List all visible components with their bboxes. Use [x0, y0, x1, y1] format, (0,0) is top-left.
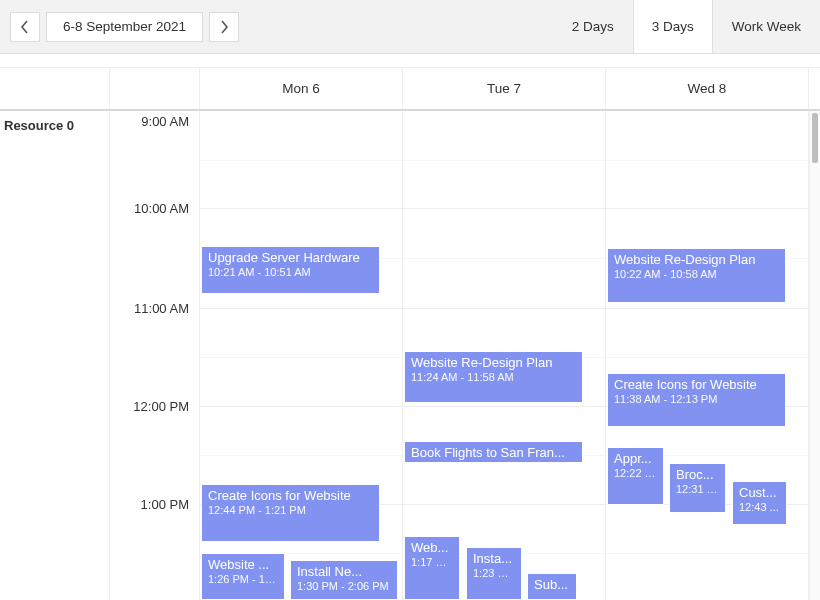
date-nav-group: 6-8 September 2021: [10, 12, 239, 42]
event-time: 12:31 PM: [676, 483, 719, 497]
resource-label: Resource 0: [4, 118, 74, 133]
event[interactable]: Sub...: [527, 573, 577, 600]
event-title: Book Flights to San Fran...: [411, 445, 576, 461]
scroll-spacer: [809, 68, 820, 109]
event-time: 1:17 PM ...: [411, 556, 453, 570]
event-time: 12:43 ...: [739, 501, 780, 515]
event-title: Website Re-Design Plan: [411, 355, 576, 371]
event-title: Appr...: [614, 451, 657, 467]
chevron-left-icon: [20, 20, 30, 34]
event-time: 10:22 AM - 10:58 AM: [614, 268, 779, 282]
grid-line: [403, 160, 605, 161]
day-header-tue[interactable]: Tue 7: [403, 68, 606, 109]
grid-line: [606, 208, 808, 209]
event-title: Web...: [411, 540, 453, 556]
event[interactable]: Appr... 12:22 PM ...: [607, 447, 664, 505]
day-grid: Upgrade Server Hardware 10:21 AM - 10:51…: [200, 111, 809, 600]
event[interactable]: Website ... 1:26 PM - 1:53 ...: [201, 553, 285, 600]
tab-2-days[interactable]: 2 Days: [553, 0, 633, 53]
event[interactable]: Create Icons for Website 12:44 PM - 1:21…: [201, 484, 380, 542]
grid-line: [200, 455, 402, 456]
event-time: 10:21 AM - 10:51 AM: [208, 266, 373, 280]
grid-line: [403, 258, 605, 259]
grid-line: [200, 406, 402, 407]
event-title: Broc...: [676, 467, 719, 483]
time-label-12pm: 12:00 PM: [133, 399, 189, 414]
day-col-wed[interactable]: Website Re-Design Plan 10:22 AM - 10:58 …: [606, 111, 809, 600]
grid-line: [200, 208, 402, 209]
time-label-9am: 9:00 AM: [141, 114, 189, 129]
top-toolbar: 6-8 September 2021 2 Days 3 Days Work We…: [0, 0, 820, 54]
event[interactable]: Insta... 1:23 PM - 1:57: [466, 547, 522, 600]
time-ruler: 9:00 AM 10:00 AM 11:00 AM 12:00 PM 1:00 …: [110, 111, 200, 600]
event-title: Insta...: [473, 551, 515, 567]
grid-line: [200, 160, 402, 161]
event-time: 11:24 AM - 11:58 AM: [411, 371, 576, 385]
event[interactable]: Book Flights to San Fran...: [404, 441, 583, 463]
day-col-tue[interactable]: Website Re-Design Plan 11:24 AM - 11:58 …: [403, 111, 606, 600]
event[interactable]: Cust... 12:43 ...: [732, 481, 787, 525]
event-time: 12:22 PM ...: [614, 467, 657, 481]
event[interactable]: Install Ne... 1:30 PM - 2:06 PM: [290, 560, 398, 600]
event-time: 1:26 PM - 1:53 ...: [208, 573, 278, 587]
allday-row: [0, 54, 820, 68]
grid-line: [403, 406, 605, 407]
time-col-header: [110, 68, 200, 109]
event[interactable]: Website Re-Design Plan 11:24 AM - 11:58 …: [404, 351, 583, 403]
event-title: Install Ne...: [297, 564, 391, 580]
event[interactable]: Website Re-Design Plan 10:22 AM - 10:58 …: [607, 248, 786, 303]
grid-line: [403, 208, 605, 209]
chevron-right-icon: [219, 20, 229, 34]
event-title: Create Icons for Website: [614, 377, 779, 393]
event-title: Website ...: [208, 557, 278, 573]
resource-column: Resource 0: [0, 111, 110, 600]
view-tabs: 2 Days 3 Days Work Week: [553, 0, 820, 53]
event-time: 12:44 PM - 1:21 PM: [208, 504, 373, 518]
event-title: Website Re-Design Plan: [614, 252, 779, 268]
day-header-row: Mon 6 Tue 7 Wed 8: [0, 68, 820, 111]
grid-line: [606, 357, 808, 358]
scrollbar-thumb[interactable]: [812, 113, 818, 163]
event-title: Upgrade Server Hardware: [208, 250, 373, 266]
event-time: 11:38 AM - 12:13 PM: [614, 393, 779, 407]
tab-3-days[interactable]: 3 Days: [633, 0, 713, 53]
event-title: Sub...: [534, 577, 570, 593]
event-time: 1:30 PM - 2:06 PM: [297, 580, 391, 594]
date-range-picker[interactable]: 6-8 September 2021: [46, 12, 203, 42]
grid-line: [403, 504, 605, 505]
grid-line: [403, 308, 605, 309]
event[interactable]: Web... 1:17 PM ...: [404, 536, 460, 600]
time-label-10am: 10:00 AM: [134, 201, 189, 216]
event-title: Cust...: [739, 485, 780, 501]
event[interactable]: Create Icons for Website 11:38 AM - 12:1…: [607, 373, 786, 427]
resource-col-header: [0, 68, 110, 109]
tab-work-week[interactable]: Work Week: [713, 0, 820, 53]
time-label-11am: 11:00 AM: [134, 301, 189, 316]
calendar-body: Resource 0 9:00 AM 10:00 AM 11:00 AM 12:…: [0, 111, 820, 600]
event[interactable]: Broc... 12:31 PM: [669, 463, 726, 513]
grid-line: [200, 357, 402, 358]
day-header-wed[interactable]: Wed 8: [606, 68, 809, 109]
time-label-1pm: 1:00 PM: [141, 497, 189, 512]
grid-line: [200, 308, 402, 309]
next-button[interactable]: [209, 12, 239, 42]
event-title: Create Icons for Website: [208, 488, 373, 504]
grid-line: [606, 160, 808, 161]
prev-button[interactable]: [10, 12, 40, 42]
day-col-mon[interactable]: Upgrade Server Hardware 10:21 AM - 10:51…: [200, 111, 403, 600]
event[interactable]: Upgrade Server Hardware 10:21 AM - 10:51…: [201, 246, 380, 294]
grid-line: [606, 308, 808, 309]
event-time: 1:23 PM - 1:57: [473, 567, 515, 581]
day-header-mon[interactable]: Mon 6: [200, 68, 403, 109]
vertical-scrollbar[interactable]: [809, 111, 820, 600]
grid-line: [606, 553, 808, 554]
